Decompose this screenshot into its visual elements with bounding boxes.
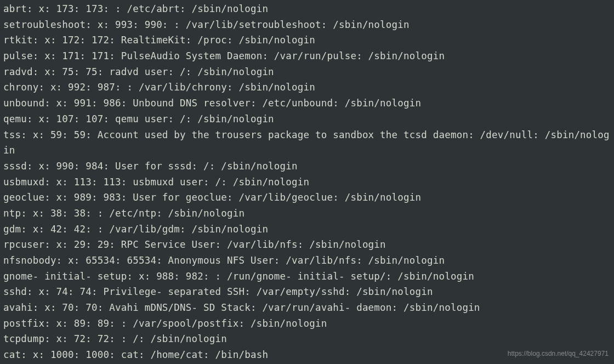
passwd-entry-line: sssd: x: 990: 984: User for sssd: /: /sb… bbox=[3, 158, 611, 174]
passwd-entry-line: sshd: x: 74: 74: Privilege- separated SS… bbox=[3, 284, 611, 300]
passwd-entry-line: unbound: x: 991: 986: Unbound DNS resolv… bbox=[3, 95, 611, 111]
passwd-entry-line: postfix: x: 89: 89: : /var/spool/postfix… bbox=[3, 316, 611, 332]
watermark-text: https://blog.csdn.net/qq_42427971 bbox=[508, 349, 609, 360]
passwd-entry-line: radvd: x: 75: 75: radvd user: /: /sbin/n… bbox=[3, 64, 611, 80]
passwd-entry-line: nfsnobody: x: 65534: 65534: Anonymous NF… bbox=[3, 253, 611, 269]
passwd-entry-line: tss: x: 59: 59: Account used by the trou… bbox=[3, 127, 611, 158]
passwd-entry-line: gdm: x: 42: 42: : /var/lib/gdm: /sbin/no… bbox=[3, 221, 611, 237]
passwd-entry-line: tcpdump: x: 72: 72: : /: /sbin/nologin bbox=[3, 331, 611, 347]
passwd-entry-line: pulse: x: 171: 171: PulseAudio System Da… bbox=[3, 48, 611, 64]
passwd-entry-line: setroubleshoot: x: 993: 990: : /var/lib/… bbox=[3, 17, 611, 33]
passwd-entry-line: rpcuser: x: 29: 29: RPC Service User: /v… bbox=[3, 237, 611, 253]
passwd-entry-line: geoclue: x: 989: 983: User for geoclue: … bbox=[3, 190, 611, 206]
passwd-entry-line: avahi: x: 70: 70: Avahi mDNS/DNS- SD Sta… bbox=[3, 300, 611, 316]
passwd-entry-line: usbmuxd: x: 113: 113: usbmuxd user: /: /… bbox=[3, 174, 611, 190]
passwd-entry-line: rtkit: x: 172: 172: RealtimeKit: /proc: … bbox=[3, 32, 611, 48]
passwd-entry-line: qemu: x: 107: 107: qemu user: /: /sbin/n… bbox=[3, 111, 611, 127]
passwd-entry-line: gnome- initial- setup: x: 988: 982: : /r… bbox=[3, 269, 611, 285]
terminal-output: abrt: x: 173: 173: : /etc/abrt: /sbin/no… bbox=[3, 1, 611, 363]
passwd-entry-line: chrony: x: 992: 987: : /var/lib/chrony: … bbox=[3, 79, 611, 95]
passwd-entry-line: abrt: x: 173: 173: : /etc/abrt: /sbin/no… bbox=[3, 1, 611, 17]
passwd-entry-line: ntp: x: 38: 38: : /etc/ntp: /sbin/nologi… bbox=[3, 206, 611, 221]
